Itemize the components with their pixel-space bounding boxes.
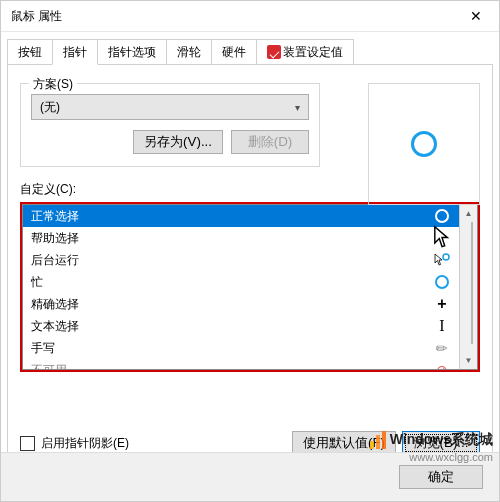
- cursor-list[interactable]: 正常选择 帮助选择 后台运行 忙 精确选择 +: [22, 204, 459, 370]
- list-item[interactable]: 精确选择 +: [23, 293, 459, 315]
- pen-icon: ✎: [430, 336, 454, 360]
- chevron-down-icon: ▾: [295, 102, 300, 113]
- cursor-list-highlight: 正常选择 帮助选择 后台运行 忙 精确选择 +: [20, 202, 480, 372]
- list-item[interactable]: 文本选择 I: [23, 315, 459, 337]
- tab-hardware[interactable]: 硬件: [211, 39, 257, 64]
- save-as-button[interactable]: 另存为(V)...: [133, 130, 223, 154]
- list-item[interactable]: 忙: [23, 271, 459, 293]
- scrollbar[interactable]: ▲ ▼: [459, 204, 478, 370]
- tab-pointers[interactable]: 指针: [52, 39, 98, 65]
- delete-button: 删除(D): [231, 130, 309, 154]
- list-item[interactable]: 手写 ✎: [23, 337, 459, 359]
- ibeam-icon: I: [433, 317, 451, 335]
- window-title: 鼠标 属性: [11, 8, 62, 25]
- scheme-group: 方案(S) (无) ▾ 另存为(V)... 删除(D): [20, 83, 320, 167]
- list-item[interactable]: 帮助选择: [23, 227, 459, 249]
- list-item[interactable]: 正常选择: [23, 205, 459, 227]
- crosshair-icon: +: [433, 295, 451, 313]
- device-icon: [267, 45, 281, 59]
- tab-panel-pointers: 方案(S) (无) ▾ 另存为(V)... 删除(D) 自定义(C):: [7, 64, 493, 466]
- list-item[interactable]: 后台运行: [23, 249, 459, 271]
- tab-device-settings[interactable]: 装置设定值: [256, 39, 354, 64]
- tab-buttons[interactable]: 按钮: [7, 39, 53, 64]
- watermark: Windows系统城: [370, 431, 493, 449]
- scheme-combo[interactable]: (无) ▾: [31, 94, 309, 120]
- watermark-url: www.wxclgg.com: [409, 451, 493, 463]
- ring-icon: [411, 131, 437, 157]
- watermark-logo-icon: [370, 431, 386, 449]
- checkbox-icon: [20, 436, 35, 451]
- arrow-ring-icon: [433, 253, 451, 267]
- watermark-text: Windows系统城: [390, 431, 493, 449]
- cursor-preview: [368, 83, 480, 205]
- arrow-help-icon: [433, 225, 451, 250]
- scheme-value: (无): [40, 99, 60, 116]
- unavailable-icon: ⊘: [433, 362, 451, 370]
- scroll-down-button[interactable]: ▼: [460, 352, 477, 369]
- tab-pointer-options[interactable]: 指针选项: [97, 39, 167, 64]
- svg-point-0: [443, 254, 449, 260]
- list-item[interactable]: 不可用 ⊘: [23, 359, 459, 370]
- scheme-label: 方案(S): [29, 76, 77, 93]
- tab-row: 按钮 指针 指针选项 滑轮 硬件 装置设定值: [7, 38, 493, 64]
- pointer-shadow-checkbox[interactable]: 启用指针阴影(E): [20, 435, 129, 452]
- ring-icon: [433, 275, 451, 289]
- close-button[interactable]: ✕: [453, 1, 499, 31]
- pointer-shadow-label: 启用指针阴影(E): [41, 435, 129, 452]
- titlebar: 鼠标 属性 ✕: [1, 1, 499, 32]
- ok-button[interactable]: 确定: [399, 465, 483, 489]
- tab-wheel[interactable]: 滑轮: [166, 39, 212, 64]
- scroll-thumb[interactable]: [471, 222, 473, 344]
- ring-icon: [433, 209, 451, 223]
- scroll-up-button[interactable]: ▲: [460, 205, 477, 222]
